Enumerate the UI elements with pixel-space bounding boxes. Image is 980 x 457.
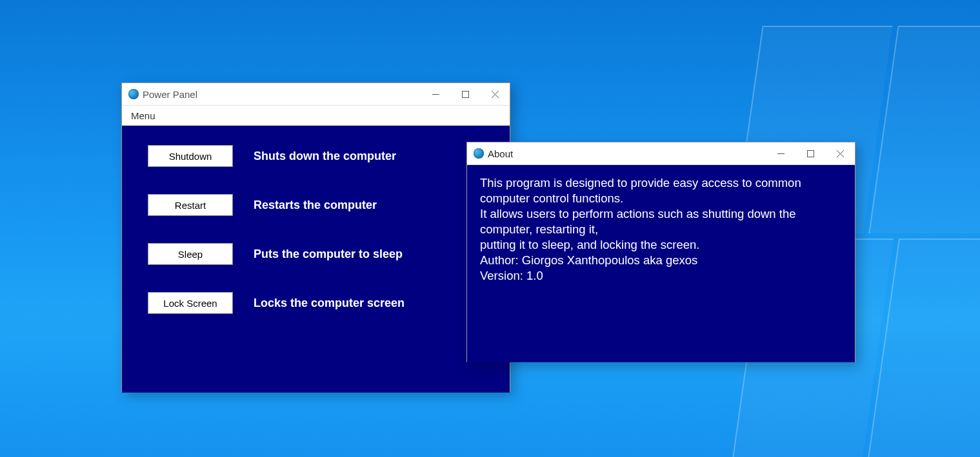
svg-rect-5 bbox=[807, 150, 814, 157]
about-text-line: Version: 1.0 bbox=[480, 268, 842, 284]
restart-button[interactable]: Restart bbox=[148, 194, 233, 216]
minimize-button[interactable] bbox=[766, 142, 795, 164]
action-row-shutdown: Shutdown Shuts down the computer bbox=[148, 145, 497, 167]
shutdown-label: Shuts down the computer bbox=[254, 150, 396, 163]
menu-bar: Menu bbox=[122, 106, 510, 126]
menu-item-menu[interactable]: Menu bbox=[122, 106, 165, 125]
close-button[interactable] bbox=[825, 142, 855, 164]
window-title: About bbox=[488, 148, 766, 159]
app-icon bbox=[128, 89, 139, 99]
about-text-line: It allows users to perform actions such … bbox=[480, 206, 842, 237]
action-row-restart: Restart Restarts the computer bbox=[148, 194, 497, 216]
about-text-line: Author: Giorgos Xanthopoulos aka gexos bbox=[480, 253, 842, 268]
desktop-background: Power Panel Menu Shutdown Shuts down the… bbox=[0, 0, 980, 457]
power-panel-body: Shutdown Shuts down the computer Restart… bbox=[122, 126, 510, 393]
lock-screen-button[interactable]: Lock Screen bbox=[148, 292, 233, 314]
minimize-button[interactable] bbox=[421, 83, 450, 105]
about-titlebar[interactable]: About bbox=[467, 142, 855, 165]
restart-label: Restarts the computer bbox=[254, 199, 377, 212]
action-row-sleep: Sleep Puts the computer to sleep bbox=[148, 243, 497, 265]
sleep-label: Puts the computer to sleep bbox=[254, 248, 403, 261]
power-panel-titlebar[interactable]: Power Panel bbox=[122, 83, 510, 106]
svg-rect-1 bbox=[462, 91, 468, 97]
power-panel-window: Power Panel Menu Shutdown Shuts down the… bbox=[121, 83, 510, 392]
about-text-line: putting it to sleep, and locking the scr… bbox=[480, 237, 842, 253]
about-window: About This program is designed to provid… bbox=[466, 142, 855, 362]
window-controls bbox=[766, 142, 855, 164]
window-controls bbox=[421, 83, 510, 105]
about-body: This program is designed to provide easy… bbox=[467, 165, 855, 362]
about-text-line: This program is designed to provide easy… bbox=[480, 175, 842, 206]
close-button[interactable] bbox=[480, 83, 510, 105]
maximize-button[interactable] bbox=[795, 142, 825, 164]
window-title: Power Panel bbox=[143, 89, 421, 100]
lock-screen-label: Locks the computer screen bbox=[254, 297, 405, 310]
maximize-button[interactable] bbox=[450, 83, 480, 105]
action-row-lockscreen: Lock Screen Locks the computer screen bbox=[148, 292, 497, 314]
shutdown-button[interactable]: Shutdown bbox=[148, 145, 233, 167]
app-icon bbox=[474, 148, 484, 159]
sleep-button[interactable]: Sleep bbox=[148, 243, 233, 265]
